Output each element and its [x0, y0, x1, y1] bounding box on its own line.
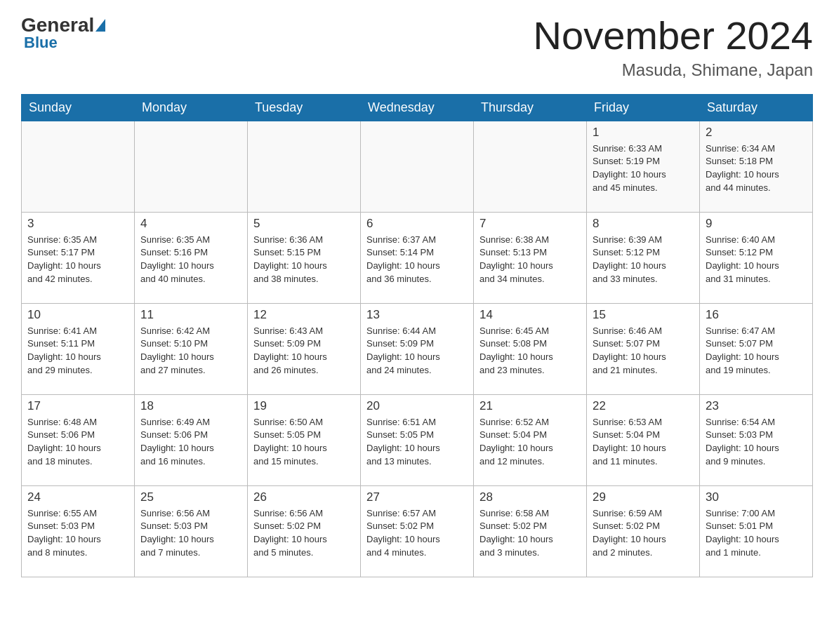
- day-info: Sunrise: 6:40 AM Sunset: 5:12 PM Dayligh…: [706, 234, 807, 286]
- weekday-header-tuesday: Tuesday: [248, 94, 361, 121]
- calendar-cell: 11Sunrise: 6:42 AM Sunset: 5:10 PM Dayli…: [135, 303, 248, 394]
- calendar-cell: [248, 121, 361, 212]
- week-row-2: 3Sunrise: 6:35 AM Sunset: 5:17 PM Daylig…: [22, 212, 813, 303]
- calendar-cell: 17Sunrise: 6:48 AM Sunset: 5:06 PM Dayli…: [22, 394, 135, 485]
- calendar-cell: 9Sunrise: 6:40 AM Sunset: 5:12 PM Daylig…: [700, 212, 813, 303]
- calendar-cell: [361, 121, 474, 212]
- day-info: Sunrise: 6:45 AM Sunset: 5:08 PM Dayligh…: [479, 325, 581, 377]
- calendar-cell: [22, 121, 135, 212]
- day-info: Sunrise: 6:50 AM Sunset: 5:05 PM Dayligh…: [253, 416, 355, 469]
- weekday-header-wednesday: Wednesday: [361, 94, 474, 121]
- day-info: Sunrise: 6:56 AM Sunset: 5:02 PM Dayligh…: [253, 507, 355, 560]
- day-info: Sunrise: 6:57 AM Sunset: 5:02 PM Dayligh…: [366, 507, 468, 560]
- calendar-cell: 22Sunrise: 6:53 AM Sunset: 5:04 PM Dayli…: [587, 394, 700, 485]
- week-row-4: 17Sunrise: 6:48 AM Sunset: 5:06 PM Dayli…: [22, 394, 813, 485]
- weekday-header-sunday: Sunday: [22, 94, 135, 121]
- calendar-cell: 19Sunrise: 6:50 AM Sunset: 5:05 PM Dayli…: [248, 394, 361, 485]
- day-number: 8: [593, 217, 694, 231]
- day-info: Sunrise: 6:33 AM Sunset: 5:19 PM Dayligh…: [593, 142, 694, 195]
- day-info: Sunrise: 6:42 AM Sunset: 5:10 PM Dayligh…: [140, 325, 241, 377]
- calendar-cell: 6Sunrise: 6:37 AM Sunset: 5:14 PM Daylig…: [361, 212, 474, 303]
- weekday-header-thursday: Thursday: [474, 94, 587, 121]
- week-row-1: 1Sunrise: 6:33 AM Sunset: 5:19 PM Daylig…: [22, 121, 813, 212]
- day-info: Sunrise: 6:35 AM Sunset: 5:17 PM Dayligh…: [27, 234, 128, 286]
- calendar-cell: 4Sunrise: 6:35 AM Sunset: 5:16 PM Daylig…: [135, 212, 248, 303]
- day-number: 23: [706, 399, 807, 413]
- day-number: 16: [706, 308, 807, 322]
- title-area: November 2024 Masuda, Shimane, Japan: [534, 14, 813, 80]
- day-number: 13: [366, 308, 468, 322]
- day-info: Sunrise: 6:47 AM Sunset: 5:07 PM Dayligh…: [706, 325, 807, 377]
- day-number: 2: [706, 126, 807, 140]
- day-info: Sunrise: 6:36 AM Sunset: 5:15 PM Dayligh…: [253, 234, 355, 286]
- calendar-cell: [474, 121, 587, 212]
- day-number: 24: [27, 490, 128, 504]
- day-number: 26: [253, 490, 355, 504]
- calendar-cell: 1Sunrise: 6:33 AM Sunset: 5:19 PM Daylig…: [587, 121, 700, 212]
- calendar-cell: 18Sunrise: 6:49 AM Sunset: 5:06 PM Dayli…: [135, 394, 248, 485]
- logo-blue-text: Blue: [21, 34, 58, 52]
- day-number: 12: [253, 308, 355, 322]
- calendar-cell: 30Sunrise: 7:00 AM Sunset: 5:01 PM Dayli…: [700, 485, 813, 577]
- week-row-5: 24Sunrise: 6:55 AM Sunset: 5:03 PM Dayli…: [22, 485, 813, 577]
- day-info: Sunrise: 6:43 AM Sunset: 5:09 PM Dayligh…: [253, 325, 355, 377]
- day-info: Sunrise: 6:46 AM Sunset: 5:07 PM Dayligh…: [593, 325, 694, 377]
- calendar-cell: 16Sunrise: 6:47 AM Sunset: 5:07 PM Dayli…: [700, 303, 813, 394]
- day-info: Sunrise: 6:44 AM Sunset: 5:09 PM Dayligh…: [366, 325, 468, 377]
- day-number: 7: [479, 217, 581, 231]
- day-number: 3: [27, 217, 128, 231]
- calendar-cell: 14Sunrise: 6:45 AM Sunset: 5:08 PM Dayli…: [474, 303, 587, 394]
- day-info: Sunrise: 7:00 AM Sunset: 5:01 PM Dayligh…: [706, 507, 807, 560]
- day-number: 29: [593, 490, 694, 504]
- calendar-table: SundayMondayTuesdayWednesdayThursdayFrid…: [21, 94, 813, 577]
- calendar-cell: 3Sunrise: 6:35 AM Sunset: 5:17 PM Daylig…: [22, 212, 135, 303]
- day-info: Sunrise: 6:49 AM Sunset: 5:06 PM Dayligh…: [140, 416, 241, 469]
- calendar-cell: 26Sunrise: 6:56 AM Sunset: 5:02 PM Dayli…: [248, 485, 361, 577]
- month-title: November 2024: [534, 14, 813, 58]
- day-number: 10: [27, 308, 128, 322]
- day-number: 6: [366, 217, 468, 231]
- day-info: Sunrise: 6:38 AM Sunset: 5:13 PM Dayligh…: [479, 234, 581, 286]
- day-number: 1: [593, 126, 694, 140]
- calendar-cell: 8Sunrise: 6:39 AM Sunset: 5:12 PM Daylig…: [587, 212, 700, 303]
- weekday-header-monday: Monday: [135, 94, 248, 121]
- day-info: Sunrise: 6:37 AM Sunset: 5:14 PM Dayligh…: [366, 234, 468, 286]
- day-number: 27: [366, 490, 468, 504]
- day-number: 15: [593, 308, 694, 322]
- weekday-header-saturday: Saturday: [700, 94, 813, 121]
- location-text: Masuda, Shimane, Japan: [534, 60, 813, 80]
- day-info: Sunrise: 6:48 AM Sunset: 5:06 PM Dayligh…: [27, 416, 128, 469]
- calendar-cell: 23Sunrise: 6:54 AM Sunset: 5:03 PM Dayli…: [700, 394, 813, 485]
- day-number: 14: [479, 308, 581, 322]
- day-info: Sunrise: 6:39 AM Sunset: 5:12 PM Dayligh…: [593, 234, 694, 286]
- calendar-cell: 25Sunrise: 6:56 AM Sunset: 5:03 PM Dayli…: [135, 485, 248, 577]
- calendar-cell: 5Sunrise: 6:36 AM Sunset: 5:15 PM Daylig…: [248, 212, 361, 303]
- calendar-cell: 12Sunrise: 6:43 AM Sunset: 5:09 PM Dayli…: [248, 303, 361, 394]
- day-info: Sunrise: 6:59 AM Sunset: 5:02 PM Dayligh…: [593, 507, 694, 560]
- calendar-cell: 7Sunrise: 6:38 AM Sunset: 5:13 PM Daylig…: [474, 212, 587, 303]
- day-info: Sunrise: 6:54 AM Sunset: 5:03 PM Dayligh…: [706, 416, 807, 469]
- day-number: 28: [479, 490, 581, 504]
- logo: General Blue: [21, 14, 107, 52]
- calendar-cell: 10Sunrise: 6:41 AM Sunset: 5:11 PM Dayli…: [22, 303, 135, 394]
- day-info: Sunrise: 6:55 AM Sunset: 5:03 PM Dayligh…: [27, 507, 128, 560]
- day-number: 20: [366, 399, 468, 413]
- weekday-header-friday: Friday: [587, 94, 700, 121]
- day-number: 18: [140, 399, 241, 413]
- day-number: 25: [140, 490, 241, 504]
- day-number: 4: [140, 217, 241, 231]
- calendar-cell: 24Sunrise: 6:55 AM Sunset: 5:03 PM Dayli…: [22, 485, 135, 577]
- day-number: 5: [253, 217, 355, 231]
- calendar-cell: 2Sunrise: 6:34 AM Sunset: 5:18 PM Daylig…: [700, 121, 813, 212]
- day-info: Sunrise: 6:52 AM Sunset: 5:04 PM Dayligh…: [479, 416, 581, 469]
- day-info: Sunrise: 6:53 AM Sunset: 5:04 PM Dayligh…: [593, 416, 694, 469]
- day-info: Sunrise: 6:35 AM Sunset: 5:16 PM Dayligh…: [140, 234, 241, 286]
- page-header: General Blue November 2024 Masuda, Shima…: [21, 14, 813, 80]
- day-info: Sunrise: 6:41 AM Sunset: 5:11 PM Dayligh…: [27, 325, 128, 377]
- calendar-cell: 28Sunrise: 6:58 AM Sunset: 5:02 PM Dayli…: [474, 485, 587, 577]
- day-number: 19: [253, 399, 355, 413]
- day-info: Sunrise: 6:51 AM Sunset: 5:05 PM Dayligh…: [366, 416, 468, 469]
- day-number: 17: [27, 399, 128, 413]
- day-number: 21: [479, 399, 581, 413]
- day-number: 9: [706, 217, 807, 231]
